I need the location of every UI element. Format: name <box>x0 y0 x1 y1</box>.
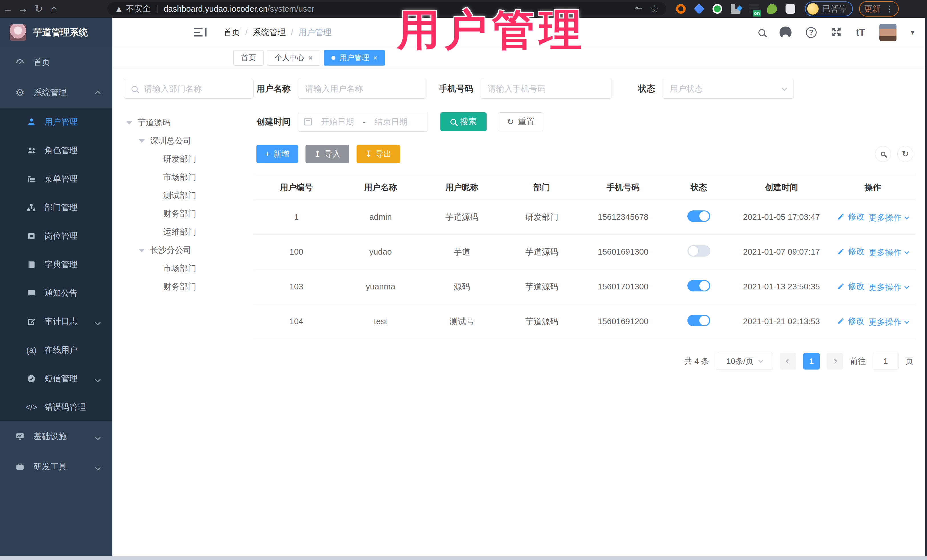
edit-link[interactable]: 修改 <box>837 246 865 257</box>
table-row: 104 test 测试号 芋道源码 15601691200 2021-01-21… <box>254 304 916 339</box>
header-search-icon[interactable] <box>758 29 765 36</box>
bookmark-star-icon[interactable]: ☆ <box>650 3 659 15</box>
browser-home-icon[interactable]: ⌂ <box>46 3 62 15</box>
tab-profile[interactable]: 个人中心 × <box>267 50 320 65</box>
browser-reload-icon[interactable]: ↻ <box>31 3 46 15</box>
date-range-picker[interactable]: - <box>298 112 428 132</box>
more-actions-link[interactable]: 更多操作 <box>869 247 909 258</box>
extension-orange-ring-icon[interactable] <box>676 4 686 14</box>
close-icon[interactable]: × <box>308 54 313 62</box>
sidebar-item-sms-management[interactable]: 短信管理 <box>0 364 112 393</box>
date-end-input[interactable] <box>370 117 412 127</box>
export-button[interactable]: ↧ 导出 <box>357 145 400 163</box>
tree-caret-icon[interactable] <box>138 249 145 252</box>
close-icon[interactable]: × <box>373 54 377 62</box>
browser-menu-icon[interactable]: ⋮ <box>885 4 894 14</box>
edit-link[interactable]: 修改 <box>837 316 865 327</box>
chevron-down-icon <box>95 377 101 382</box>
tree-caret-icon[interactable] <box>126 121 132 124</box>
sidebar-item-dev-tools[interactable]: 研发工具 <box>0 452 112 482</box>
tree-node-leaf[interactable]: 财务部门 <box>124 278 254 296</box>
help-icon[interactable]: ? <box>806 27 817 38</box>
status-toggle[interactable] <box>687 211 710 222</box>
sidebar-item-system[interactable]: ⚙ 系统管理 <box>0 77 112 108</box>
url-host[interactable]: dashboard.yudao.iocoder.cn <box>164 4 267 14</box>
status-toggle[interactable] <box>687 315 710 326</box>
tree-node-leaf[interactable]: 市场部门 <box>124 168 254 187</box>
sidebar-item-home[interactable]: 首页 <box>0 47 112 77</box>
not-secure-warning[interactable]: ▲ 不安全 <box>115 3 151 15</box>
tree-node-leaf[interactable]: 研发部门 <box>124 150 254 168</box>
sidebar-collapse-icon[interactable] <box>194 28 207 37</box>
sidebar-item-notice[interactable]: 通知公告 <box>0 279 112 307</box>
tab-user-management[interactable]: 用户管理 × <box>324 50 385 65</box>
github-icon[interactable] <box>780 27 792 38</box>
breadcrumb-current: 用户管理 <box>298 27 331 38</box>
date-start-input[interactable] <box>316 117 359 127</box>
profile-paused-chip[interactable]: 已暂停 <box>805 2 853 16</box>
import-button[interactable]: ↥ 导入 <box>305 145 349 163</box>
extension-green-circle-icon[interactable] <box>713 4 722 14</box>
browser-forward-icon[interactable]: → <box>15 3 31 15</box>
page-size-select[interactable]: 10条/页 <box>716 353 773 370</box>
reset-button[interactable]: ↻ 重置 <box>498 112 543 131</box>
logo[interactable]: 芋道管理系统 <box>0 18 112 47</box>
sidebar-item-online-users[interactable]: (a) 在线用户 <box>0 336 112 364</box>
status-toggle[interactable] <box>687 280 710 291</box>
tree-node-leaf[interactable]: 运维部门 <box>124 223 254 241</box>
extension-blue-gem-icon[interactable] <box>694 3 705 14</box>
dept-search-input[interactable] <box>124 79 254 99</box>
sidebar-item-post-management[interactable]: 岗位管理 <box>0 222 112 250</box>
password-key-icon[interactable] <box>634 5 643 13</box>
tree-node-leaf[interactable]: 市场部门 <box>124 260 254 278</box>
tree-node-branch[interactable]: 长沙分公司 <box>124 241 254 260</box>
sidebar-item-role-management[interactable]: 角色管理 <box>0 136 112 165</box>
breadcrumb-home[interactable]: 首页 <box>223 27 240 38</box>
username-input[interactable] <box>298 79 426 99</box>
status-toggle[interactable] <box>687 245 710 256</box>
refresh-table-button[interactable]: ↻ <box>897 146 913 162</box>
sidebar-item-dict-management[interactable]: 字典管理 <box>0 250 112 279</box>
sidebar-item-infrastructure[interactable]: 基础设施 <box>0 422 112 452</box>
more-actions-link[interactable]: 更多操作 <box>869 212 909 223</box>
add-button[interactable]: + 新增 <box>257 145 298 163</box>
tree-caret-icon[interactable] <box>138 139 145 143</box>
download-icon: ↧ <box>365 150 372 158</box>
browser-back-icon[interactable]: ← <box>0 3 15 15</box>
sidebar-item-user-management[interactable]: 用户管理 <box>0 108 112 136</box>
extension-list-icon[interactable]: on <box>749 4 759 14</box>
user-avatar[interactable] <box>879 24 897 41</box>
avatar-caret-icon[interactable]: ▾ <box>911 28 915 37</box>
tree-node-leaf[interactable]: 测试部门 <box>124 187 254 205</box>
extension-grid-icon[interactable] <box>731 4 740 14</box>
fullscreen-icon[interactable] <box>831 27 842 38</box>
tree-node-leaf[interactable]: 财务部门 <box>124 205 254 223</box>
status-select[interactable] <box>663 79 794 99</box>
horizontal-scrollbar[interactable] <box>0 556 927 560</box>
extensions-puzzle-icon[interactable] <box>786 4 795 14</box>
tree-node-root[interactable]: 芋道源码 <box>124 114 254 132</box>
search-button[interactable]: 搜索 <box>441 112 486 131</box>
mobile-input[interactable] <box>480 79 612 99</box>
tab-home[interactable]: 首页 <box>233 50 264 65</box>
url-path[interactable]: /system/user <box>267 4 314 14</box>
goto-page-input[interactable] <box>873 353 898 370</box>
more-actions-link[interactable]: 更多操作 <box>869 317 909 328</box>
extension-leaf-icon[interactable] <box>767 4 777 14</box>
more-actions-link[interactable]: 更多操作 <box>869 282 909 293</box>
tree-node-branch[interactable]: 深圳总公司 <box>124 132 254 150</box>
current-page-button[interactable]: 1 <box>803 353 820 370</box>
breadcrumb-section[interactable]: 系统管理 <box>253 27 286 38</box>
window-scrollbar[interactable] <box>925 18 927 556</box>
font-size-icon[interactable]: tT <box>856 27 865 38</box>
toggle-search-button[interactable] <box>875 146 891 162</box>
next-page-button[interactable] <box>827 353 843 370</box>
prev-page-button[interactable] <box>780 353 796 370</box>
edit-link[interactable]: 修改 <box>837 211 865 222</box>
sidebar-item-audit-log[interactable]: 审计日志 <box>0 307 112 336</box>
sidebar-item-errorcode-management[interactable]: </> 错误码管理 <box>0 393 112 422</box>
sidebar-item-menu-management[interactable]: 菜单管理 <box>0 165 112 193</box>
browser-update-button[interactable]: 更新 ⋮ <box>859 1 899 17</box>
edit-link[interactable]: 修改 <box>837 281 865 292</box>
sidebar-item-dept-management[interactable]: 部门管理 <box>0 193 112 222</box>
